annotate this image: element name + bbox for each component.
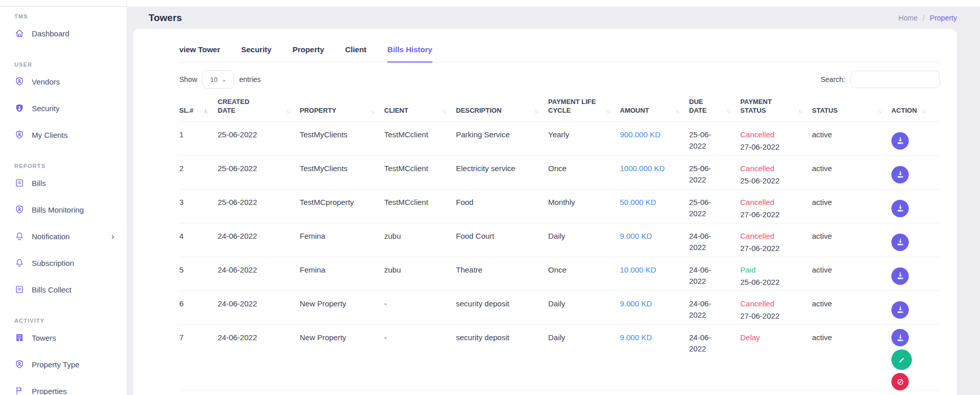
column-header-label: CREATED DATE [218,98,256,115]
topbar [0,0,980,7]
cell-payment-cycle: Once [548,156,620,189]
sidebar-entry-11[interactable]: Bills Collect › [14,276,127,303]
cell-payment-status: Cancelled 27-06-2022 [740,223,812,257]
cell-payment-cycle: Daily [548,291,620,324]
amount-link[interactable]: 1000.000 KD [620,164,665,173]
shield-user-icon [14,130,25,140]
sidebar-entry-6[interactable]: REPORTS › [14,162,127,170]
sidebar-entry-12[interactable]: ACTIVITY › [14,317,127,324]
bell-icon [14,258,25,268]
cell-amount: 1000.000 KD [620,156,689,189]
download-button[interactable] [891,132,909,150]
breadcrumb-current-link[interactable]: Property [930,14,957,22]
column-header-2[interactable]: PROPERTY ↑↓ [300,98,384,115]
tab-label: view Tower [179,45,220,54]
cell-client: TestMCclient [384,190,456,223]
download-button[interactable] [891,234,909,251]
sidebar-entry-0[interactable]: TMS › [14,13,127,20]
column-header-1[interactable]: CREATED DATE ↑↓ [218,98,300,115]
sort-icon: ↑↓ [675,108,679,115]
tab-1[interactable]: Security [241,42,272,63]
tab-0[interactable]: view Tower [179,42,220,63]
breadcrumb-home-link[interactable]: Home [899,14,918,22]
table-row-4: 5 24-06-2022 Femina zubu Theatre Once 10… [179,257,940,290]
cell-amount [620,391,689,395]
sidebar-entry-label: Towers [32,334,56,342]
download-icon [896,170,905,179]
sidebar-entry-1[interactable]: Dashboard › [14,20,127,47]
column-header-6[interactable]: AMOUNT ↑↓ [620,98,689,115]
cell-property: Femina [300,257,384,290]
column-header-label: DESCRIPTION [456,107,502,115]
sidebar-entry-label: Subscription [32,259,74,267]
content-card: view Tower Security Property Client [133,29,957,395]
cell-property: TestMCproperty [300,190,384,223]
tab-2[interactable]: Property [293,42,324,63]
column-header-10[interactable]: ACTION ↑↓ [891,98,937,115]
amount-link[interactable]: 900.000 KD [620,130,660,139]
edit-button[interactable] [891,349,912,370]
cell-status: active [812,291,891,324]
payment-status-text: Paid [740,264,805,276]
sidebar-entry-label: Notification [32,232,70,241]
sidebar-entry-3[interactable]: Vendors › [14,68,127,95]
sort-icon: ↑↓ [286,108,289,115]
cell-client: TestMCclient [384,122,456,155]
page-size-select[interactable]: 10 ⌄ [202,70,234,89]
download-button[interactable] [891,329,909,346]
amount-link[interactable]: 9.000 KD [620,333,652,342]
download-button[interactable] [891,200,909,217]
column-header-4[interactable]: DESCRIPTION ↑↓ [456,98,548,115]
search-input[interactable] [850,71,940,88]
download-button[interactable] [891,166,909,183]
sidebar-entry-4[interactable]: Security › [14,95,127,121]
amount-link[interactable]: 50.000 KD [620,198,656,206]
tab-label: Property [293,45,324,54]
sidebar-entry-8[interactable]: Bills Monitoring › [14,196,127,223]
tab-4[interactable]: Bills History [387,42,432,63]
ban-button[interactable] [891,373,909,390]
topbar-main-segment [127,0,980,7]
column-header-3[interactable]: CLIENT ↑↓ [384,98,456,115]
cell-due-date: 25-06-2022 [689,156,740,189]
sidebar-entry-2[interactable]: USER › [14,61,127,68]
cell-due-date: 25-06-2022 [689,122,740,155]
column-header-5[interactable]: PAYMENT LIFE CYCLE ↑↓ [548,98,620,115]
column-header-8[interactable]: PAYMENT STATUS ↑↓ [740,98,812,115]
amount-link[interactable]: 9.000 KD [620,232,652,240]
sidebar-entry-15[interactable]: Properties › [14,378,127,395]
amount-link[interactable]: 9.000 KD [620,299,652,308]
sidebar-entry-5[interactable]: My Clients › [14,121,127,148]
cell-property: Femina [300,223,384,257]
sidebar-entry-label: Bills Collect [32,285,72,294]
sidebar-entry-14[interactable]: Property Type › [14,351,127,378]
topbar-sidebar-segment [0,0,127,7]
sort-icon: ↑↓ [442,108,446,115]
tab-label: Bills History [387,45,432,54]
sidebar-entry-13[interactable]: Towers › [14,324,127,351]
cell-payment-status: Delay [740,325,812,390]
sidebar-entry-10[interactable]: Subscription › [14,250,127,276]
column-header-7[interactable]: DUE DATE ↑↓ [689,98,740,115]
sidebar-entry-label: Security [32,104,59,113]
cell-payment-cycle: Once [548,257,620,290]
cell-status: active [812,325,891,390]
bell-icon [14,231,25,241]
sidebar-entry-label: Vendors [32,77,60,86]
column-header-0[interactable]: SL.# ↑↓ [179,98,218,115]
tab-3[interactable]: Client [345,42,367,63]
sidebar-entry-7[interactable]: Bills › [14,170,127,196]
download-button[interactable] [891,267,909,285]
payment-status-text: Cancelled [740,231,805,242]
amount-link[interactable]: 10.000 KD [620,265,656,274]
page-header: Towers Home / Property [133,7,957,29]
cell-description: Food [456,190,548,223]
cell-payment-status [740,391,812,395]
column-header-label: DUE DATE [689,98,711,115]
cell-client: zubu [384,223,456,257]
chevron-right-icon: › [111,232,114,241]
breadcrumb-separator: / [923,14,925,22]
download-button[interactable] [891,301,909,319]
sidebar-entry-9[interactable]: Notification › [14,223,127,250]
column-header-9[interactable]: STATUS ↑↓ [812,98,891,115]
